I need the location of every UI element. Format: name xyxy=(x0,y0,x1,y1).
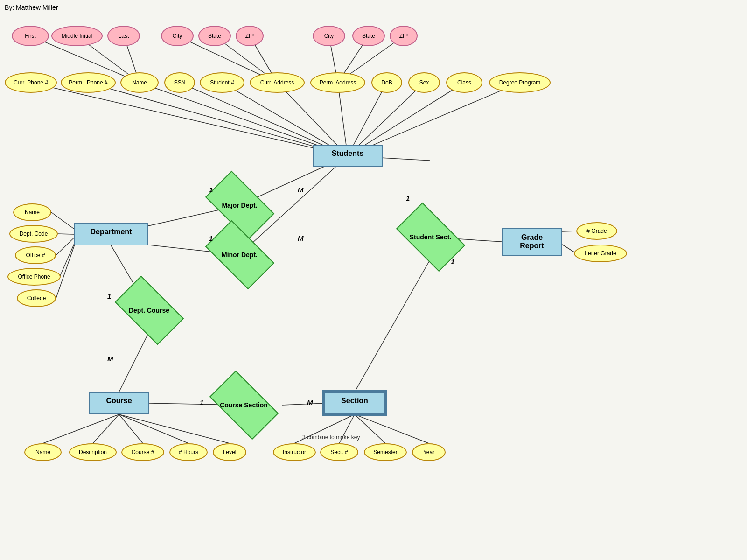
attr-perm-address: Perm. Address xyxy=(310,72,365,93)
svg-line-30 xyxy=(119,331,149,392)
attr-degree-program: Degree Program xyxy=(489,72,551,93)
er-diagram-canvas: By: Matthew Miller First Middle Initial … xyxy=(0,0,747,560)
svg-line-27 xyxy=(562,231,576,231)
attr-course-num: Course # xyxy=(121,443,164,461)
attr-last: Last xyxy=(107,26,140,46)
entity-section: Section xyxy=(324,392,385,414)
attr-office-num: Office # xyxy=(15,246,56,264)
attr-curr-phone: Curr. Phone # xyxy=(5,72,57,93)
attr-num-grade: # Grade xyxy=(576,222,617,240)
svg-line-34 xyxy=(57,234,74,234)
rel-dept-course: Dept. Course xyxy=(113,289,185,331)
svg-line-9 xyxy=(31,83,348,156)
card-minor-m: M xyxy=(298,234,304,242)
section-key-note: 3 combine to make key xyxy=(302,434,360,441)
attr-year: Year xyxy=(412,443,446,461)
svg-line-32 xyxy=(282,403,324,405)
svg-line-36 xyxy=(60,243,75,277)
attr-instructor: Instructor xyxy=(273,443,316,461)
attr-ssn: SSN xyxy=(164,72,195,93)
card-course-sec-1: 1 xyxy=(200,399,203,406)
card-major-m: M xyxy=(298,186,304,194)
attr-college: College xyxy=(17,289,56,307)
attr-course-desc: Description xyxy=(69,443,117,461)
attr-course-name: Name xyxy=(24,443,62,461)
attr-sect-num: Sect. # xyxy=(320,443,358,461)
attr-level: Level xyxy=(213,443,246,461)
svg-line-25 xyxy=(355,259,430,392)
svg-line-33 xyxy=(51,212,74,229)
attr-letter-grade: Letter Grade xyxy=(574,245,627,262)
rel-minor-dept: Minor Dept. xyxy=(203,232,276,277)
attr-dob: DoB xyxy=(371,72,402,93)
attr-curr-zip: ZIP xyxy=(236,26,264,46)
card-course-sec-m: M xyxy=(307,399,313,406)
attr-curr-city: City xyxy=(161,26,194,46)
rel-student-sect: Student Sect. xyxy=(394,215,467,259)
attr-dept-name: Name xyxy=(13,203,51,221)
entity-course: Course xyxy=(89,392,149,414)
attr-perm-state: State xyxy=(352,26,385,46)
svg-line-37 xyxy=(56,245,75,298)
attr-office-phone: Office Phone xyxy=(7,268,61,286)
svg-line-39 xyxy=(93,414,119,443)
attr-name: Name xyxy=(120,72,159,93)
entity-students: Students xyxy=(313,145,383,167)
attr-sex: Sex xyxy=(408,72,440,93)
attr-class: Class xyxy=(446,72,482,93)
card-student-sect-1: 1 xyxy=(406,194,410,202)
svg-line-41 xyxy=(119,414,188,443)
attr-middle-initial: Middle Initial xyxy=(51,26,103,46)
svg-line-40 xyxy=(119,414,143,443)
attr-first: First xyxy=(12,26,49,46)
attr-semester: Semester xyxy=(364,443,407,461)
attr-perm-zip: ZIP xyxy=(390,26,418,46)
attr-student-num: Student # xyxy=(200,72,244,93)
attr-perm-phone: Perm.. Phone # xyxy=(61,72,116,93)
card-dept-course-m: M xyxy=(107,355,113,363)
card-minor-1: 1 xyxy=(209,234,213,242)
attr-curr-state: State xyxy=(198,26,231,46)
author-label: By: Matthew Miller xyxy=(5,4,58,11)
entity-department: Department xyxy=(74,223,148,245)
svg-line-38 xyxy=(43,414,119,443)
svg-line-46 xyxy=(355,414,429,443)
attr-perm-city: City xyxy=(313,26,345,46)
card-major-1: 1 xyxy=(209,186,213,194)
svg-line-35 xyxy=(56,238,74,255)
card-student-sect-right: 1 xyxy=(451,258,454,266)
attr-dept-code: Dept. Code xyxy=(9,225,58,243)
attr-hours: # Hours xyxy=(169,443,208,461)
svg-line-10 xyxy=(88,83,348,156)
rel-course-section: Course Section xyxy=(205,383,282,427)
attr-curr-address: Curr. Address xyxy=(250,72,305,93)
entity-grade-report: Grade Report xyxy=(502,228,562,256)
card-dept-course-1: 1 xyxy=(107,292,111,300)
rel-major-dept: Major Dept. xyxy=(203,183,276,228)
